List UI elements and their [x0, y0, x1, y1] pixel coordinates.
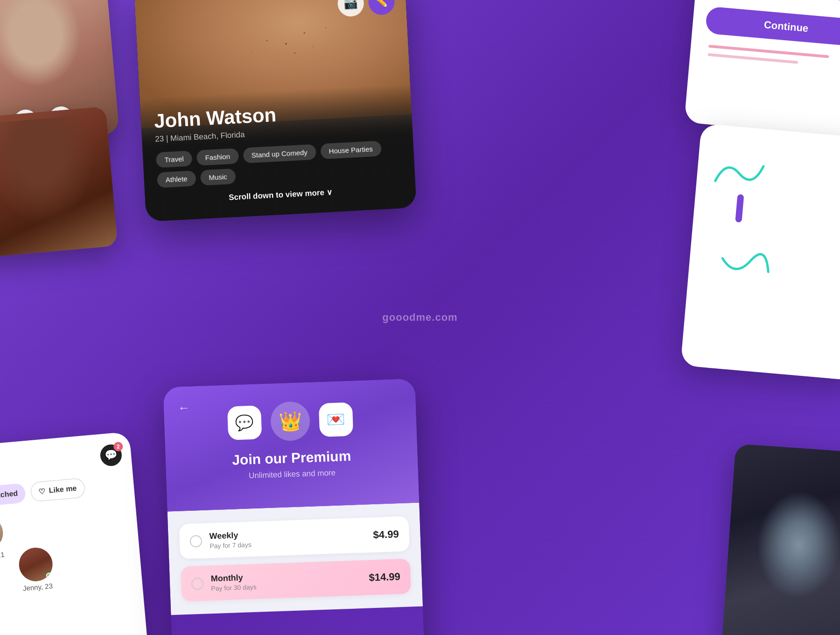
tab-matched[interactable]: 🖤 Matched: [0, 483, 26, 508]
profile-photo: 📷 ✏️ John Watson 23 | Miami Beach, Flori…: [134, 0, 416, 222]
list-item[interactable]: Jenny, 23: [18, 546, 55, 593]
plan-monthly[interactable]: Monthly Pay for 30 days $14.99: [181, 558, 411, 601]
tab-likeme-label: Like me: [49, 484, 77, 495]
profile-overlay: John Watson 23 | Miami Beach, Florida Tr…: [140, 84, 417, 222]
tag-travel: Travel: [156, 151, 193, 168]
plus-icon-1: ＋: [835, 0, 840, 9]
continue-decorative-lines: [703, 44, 840, 70]
continue-card: ＋ ＋ Continue: [684, 0, 840, 139]
man-photo: [721, 444, 840, 635]
matched-tabs: 🖤 Matched ♡ Like me: [0, 474, 125, 508]
swipe-card-person2: [0, 106, 118, 258]
back-button[interactable]: ←: [177, 401, 190, 416]
tag-music: Music: [200, 169, 236, 186]
user-name-jenny: Jenny, 23: [22, 582, 53, 593]
notification-count: 2: [113, 442, 123, 452]
decorative-card: [680, 123, 840, 381]
matched-list: Bessie, 21 Jenny, 23: [0, 504, 130, 561]
avatar-jenny: [18, 546, 54, 583]
photo-card-man: [721, 444, 840, 635]
profile-tags: Travel Fashion Stand up Comedy House Par…: [156, 140, 402, 188]
premium-icons: 💬 👑 💌: [178, 398, 403, 445]
tag-fashion: Fashion: [196, 148, 239, 166]
heart-outline-icon: ♡: [38, 487, 46, 496]
plan-weekly[interactable]: Weekly Pay for 7 days $4.99: [179, 516, 410, 559]
plan-weekly-info: Weekly Pay for 7 days: [209, 526, 366, 550]
tab-likeme[interactable]: ♡ Like me: [30, 478, 85, 502]
avatar-bessie: [0, 515, 4, 551]
plan-weekly-price: $4.99: [373, 528, 399, 541]
squiggle-top-icon: [710, 153, 769, 195]
plan-radio-monthly[interactable]: [191, 577, 204, 590]
premium-title: Join our Premium: [179, 446, 404, 470]
user-name-bessie: Bessie, 21: [0, 550, 5, 561]
profile-card: 📷 ✏️ John Watson 23 | Miami Beach, Flori…: [134, 0, 416, 222]
like-chat-icon-bubble: 💌: [319, 402, 353, 437]
premium-plans: Weekly Pay for 7 days $4.99 Monthly Pay …: [168, 503, 423, 615]
tab-matched-label: Matched: [0, 489, 18, 501]
crown-icon-bubble: 👑: [270, 401, 311, 442]
line-2: [708, 53, 798, 64]
premium-card: ← 💬 👑 💌 Join our Premium Unlimited likes…: [163, 379, 425, 635]
plan-radio-weekly[interactable]: [189, 535, 202, 547]
continue-button[interactable]: Continue: [705, 6, 840, 47]
like-chat-icon: 💌: [326, 410, 345, 429]
tag-athlete: Athlete: [157, 170, 196, 188]
heart-chat-icon-bubble: 💬: [227, 405, 262, 440]
crown-icon: 👑: [278, 410, 302, 433]
back-arrow-icon: ←: [177, 401, 190, 415]
squiggle-bottom-icon: [715, 249, 774, 296]
online-indicator-jenny: [46, 572, 52, 579]
premium-header: ← 💬 👑 💌 Join our Premium Unlimited likes…: [163, 379, 419, 512]
tag-parties: House Parties: [320, 141, 382, 159]
matched-card: ⚙ 💬 2 🖤 Matched ♡ Like me Bessie, 21: [0, 431, 150, 635]
purple-rect-decoration: [735, 194, 744, 223]
matched-header: ⚙ 💬 2: [0, 444, 123, 479]
deco-content: [701, 153, 840, 304]
heart-chat-icon: 💬: [235, 414, 254, 432]
face-dark: [0, 106, 118, 258]
notification-badge[interactable]: 💬 2: [99, 444, 123, 467]
chevron-down-icon: ∨: [326, 188, 332, 197]
online-indicator: [0, 541, 2, 547]
plan-monthly-info: Monthly Pay for 30 days: [210, 569, 362, 592]
plan-monthly-price: $14.99: [369, 571, 400, 584]
scroll-hint: Scroll down to view more ∨: [158, 183, 403, 206]
tag-comedy: Stand up Comedy: [243, 144, 316, 163]
